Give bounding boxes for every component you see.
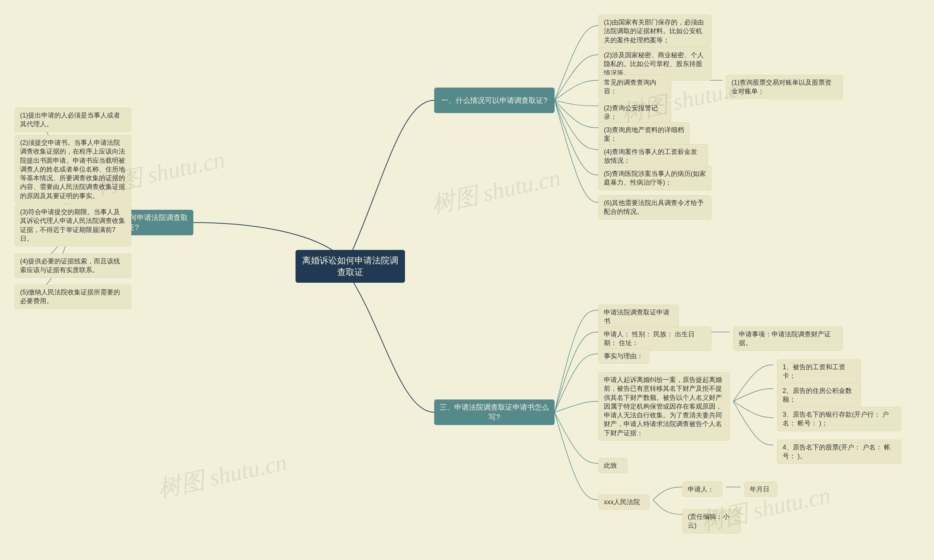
b2-leaf-2[interactable]: (2)须提交申请书。当事人申请法院调查收集证据的，在程序上应该向法院提出书面申请… xyxy=(15,135,131,203)
b3-leaf-4[interactable]: 申请人起诉离婚纠纷一案，原告提起离婚前，被告已有意转移其名下财产及拒不提供其名下… xyxy=(599,372,730,441)
b3-leaf-4-s1[interactable]: 1、被告的工资和工资卡； xyxy=(777,359,861,384)
b2-leaf-4[interactable]: (4)提供必要的证据线索，而且该线索应该与证据有实质联系。 xyxy=(15,254,131,278)
b3-leaf-5[interactable]: 此致 xyxy=(599,458,628,473)
branch-3-label: 三、申请法院调查取证申请书怎么 写? xyxy=(439,402,549,422)
b3-leaf-2[interactable]: 申请人： 性别： 民族： 出生日期： 住址： xyxy=(599,326,711,351)
b2-leaf-1[interactable]: (1)提出申请的人必须是当事人或者其代理人。 xyxy=(15,108,131,132)
b3-leaf-4-s2[interactable]: 2、原告的住房公积金数额； xyxy=(777,383,861,408)
b2-leaf-5[interactable]: (5)缴纳人民法院收集证据所需要的必要费用。 xyxy=(15,285,131,309)
b3-leaf-2-sub[interactable]: 申请事项：申请法院调查财产证据。 xyxy=(733,326,843,351)
watermark: 树图 shutu.cn xyxy=(155,446,290,505)
watermark: 树图 shutu.cn xyxy=(429,162,563,220)
b3-leaf-4-s3[interactable]: 3、原告名下的银行存款(开户行： 户名： 帐号： )； xyxy=(777,407,901,431)
mindmap-canvas: 离婚诉讼如何申请法院调 查取证 一、什么情况可以申请调查取证? 二、离婚诉讼如何… xyxy=(0,0,934,560)
b3-leaf-6-s2[interactable]: (责任编辑：小云) xyxy=(682,509,741,533)
b1-leaf-4[interactable]: (2)查询公安报警记录； xyxy=(599,100,671,125)
branch-1-label: 一、什么情况可以申请调查取证? xyxy=(441,95,547,105)
b1-leaf-6[interactable]: (4)查询案件当事人的工资薪金发放情况； xyxy=(599,144,708,169)
b3-leaf-3[interactable]: 事实与理由： xyxy=(599,348,649,364)
b3-leaf-6[interactable]: xxx人民法院 xyxy=(599,494,649,510)
b3-leaf-1[interactable]: 申请法院调查取证申请书 xyxy=(599,305,679,329)
root-label: 离婚诉讼如何申请法院调 查取证 xyxy=(301,255,400,278)
b3-leaf-6-s1[interactable]: 申请人： xyxy=(682,482,722,497)
b1-leaf-5[interactable]: (3)查询房地产资料的详细档案； xyxy=(599,122,689,147)
b1-leaf-1[interactable]: (1)由国家有关部门保存的，必须由法院调取的证据材料。比如公安机关的案件处理档案… xyxy=(599,15,711,48)
b3-leaf-6-s1s[interactable]: 年月日 xyxy=(744,482,777,497)
branch-3[interactable]: 三、申请法院调查取证申请书怎么 写? xyxy=(434,400,555,425)
b1-leaf-8[interactable]: (6)其他需要法院出具调查令才给予配合的情况。 xyxy=(599,195,711,220)
b1-leaf-3-sub[interactable]: (1)查询股票交易对账单以及股票资金对账单； xyxy=(726,75,843,99)
branch-1[interactable]: 一、什么情况可以申请调查取证? xyxy=(434,88,555,113)
b1-leaf-7[interactable]: (5)查询医院涉案当事人的病历(如家庭暴力、性病治疗等)； xyxy=(599,166,711,191)
b3-leaf-4-s4[interactable]: 4、原告名下的股票(开户： 户名： 帐号： )。 xyxy=(777,440,901,464)
b2-leaf-3[interactable]: (3)符合申请提交的期限。当事人及其诉讼代理人申请人民法院调查收集证据，不得迟于… xyxy=(15,204,131,246)
b1-leaf-3[interactable]: 常见的调查查询内容： xyxy=(599,75,671,99)
root-node[interactable]: 离婚诉讼如何申请法院调 查取证 xyxy=(295,250,405,283)
